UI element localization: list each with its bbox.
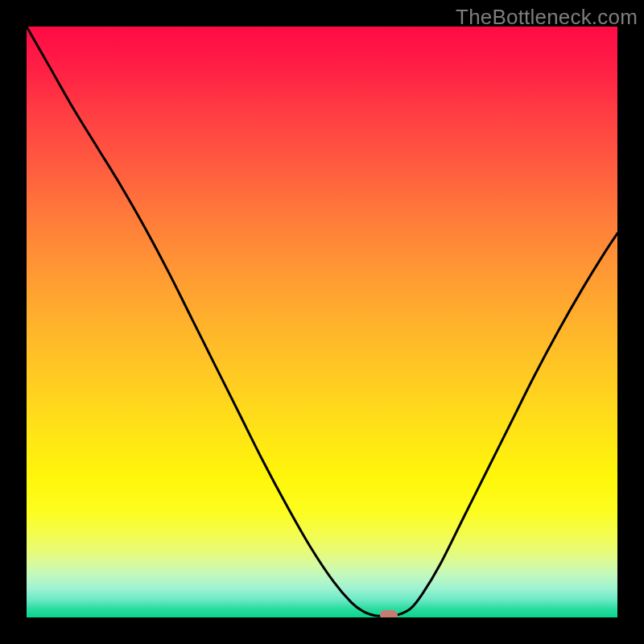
- bottleneck-curve: [27, 27, 617, 617]
- chart-frame: TheBottleneck.com: [0, 0, 644, 644]
- plot-area: [27, 27, 617, 617]
- optimal-point-marker: [380, 610, 398, 617]
